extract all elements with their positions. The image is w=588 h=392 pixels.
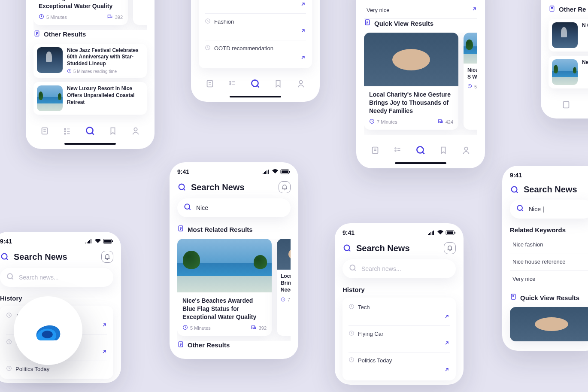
history-item[interactable]: Politics Today (349, 352, 450, 379)
bottom-nav (33, 119, 147, 140)
page-title: Search News (14, 252, 67, 262)
search-input[interactable] (361, 265, 450, 272)
nav-bookmark[interactable] (435, 143, 452, 158)
open-arrow-icon[interactable] (300, 28, 306, 35)
article-card-side[interactable]: Local Brings Needy 7 M (277, 239, 291, 336)
history-label: Fashion (214, 18, 234, 25)
notification-button[interactable] (101, 251, 113, 263)
history-item[interactable]: OOTD recommendation (205, 40, 306, 67)
nav-list[interactable] (59, 123, 76, 139)
clock-icon (349, 330, 355, 337)
nav-bookmark[interactable] (104, 123, 121, 139)
article-time: 5 M (474, 84, 477, 89)
article-card-side[interactable]: Local Brings Needy 7 M (133, 0, 147, 25)
svg-point-25 (417, 146, 423, 153)
nav-search[interactable] (82, 123, 99, 139)
search-input[interactable] (529, 206, 587, 213)
article-image (464, 33, 477, 64)
nav-list[interactable] (224, 76, 241, 91)
article-title: Local Brings Needy (281, 273, 291, 294)
open-arrow-icon[interactable] (300, 1, 306, 9)
article-time: 7 M (288, 297, 291, 302)
history-list: Tech Flying Car Politics Today (342, 298, 456, 380)
clock-icon (349, 304, 355, 311)
article-image (177, 239, 272, 292)
home-indicator (230, 96, 281, 97)
history-item[interactable]: Fashion (205, 14, 306, 40)
svg-rect-49 (447, 231, 453, 234)
notification-button[interactable] (279, 181, 291, 193)
nav-profile[interactable] (458, 143, 475, 158)
status-icons (85, 239, 113, 244)
phone-results-other: Nice's Beaches Awarded Blue Flag Status … (26, 0, 155, 149)
search-icon (183, 203, 192, 213)
article-card-beaches[interactable]: Nice's Beaches Awarded Blue Flag Status … (177, 239, 272, 336)
history-item[interactable]: Foods Trending Today (205, 0, 306, 14)
nav-news[interactable] (201, 76, 218, 91)
search-input-wrap[interactable] (0, 268, 113, 287)
nav-search[interactable] (412, 143, 429, 158)
thumb-image (37, 85, 63, 111)
bottom-nav (199, 72, 312, 93)
search-input-wrap[interactable] (177, 198, 291, 217)
page-title: Search News (191, 182, 245, 192)
nav-news[interactable] (367, 143, 384, 158)
search-input[interactable] (19, 274, 107, 281)
section-title-history: History (342, 286, 456, 293)
small-article-title: Nice Jazz Festival Celebrates 60th Anniv… (67, 47, 143, 67)
search-icon (177, 182, 187, 192)
keyword-item[interactable]: Nice fashion (510, 236, 588, 253)
article-card-side[interactable]: Nice's Flag S Water 5 M (464, 33, 477, 130)
document-icon (177, 341, 184, 349)
search-input-wrap[interactable] (510, 200, 588, 219)
svg-point-18 (299, 81, 302, 84)
clock-icon (349, 357, 355, 364)
article-card-charity[interactable]: Local Charity's Nice Gesture Brings Joy … (364, 33, 458, 130)
clock-icon (205, 45, 211, 52)
section-title-related-keywords: Related Keywords (510, 226, 588, 234)
nav-news[interactable] (36, 123, 53, 139)
keyword-list: Nice fashion Nice house reference Very n… (510, 236, 588, 287)
status-time: 9:41 (177, 168, 189, 175)
app-logo-icon (29, 311, 67, 350)
small-article[interactable]: N 6 S (549, 19, 588, 52)
open-arrow-icon[interactable] (300, 55, 306, 62)
nav-bookmark[interactable] (270, 76, 287, 91)
nav-news[interactable] (558, 97, 575, 112)
open-arrow-icon[interactable] (444, 313, 450, 321)
svg-point-24 (395, 150, 396, 151)
article-card[interactable] (510, 307, 588, 341)
open-arrow-icon[interactable] (444, 367, 450, 374)
history-item[interactable]: Tech (349, 299, 450, 326)
history-item[interactable]: Flying Car (349, 326, 450, 352)
nav-list[interactable] (389, 143, 406, 158)
search-input[interactable] (196, 204, 285, 211)
clock-icon (6, 312, 12, 319)
svg-point-17 (252, 80, 258, 86)
nav-search[interactable] (247, 76, 264, 91)
article-title: Local Charity's Nice Gesture Brings Joy … (369, 91, 453, 115)
nav-profile[interactable] (127, 123, 144, 139)
app-logo-badge (14, 296, 82, 365)
article-card-beaches[interactable]: Nice's Beaches Awarded Blue Flag Status … (33, 0, 128, 25)
page-title: Search News (524, 185, 577, 194)
home-indicator (64, 143, 116, 145)
article-comments: 392 (115, 15, 123, 20)
open-arrow-icon[interactable] (471, 6, 477, 13)
clock-icon (281, 297, 285, 303)
keyword-item[interactable]: Nice house reference (510, 253, 588, 270)
search-input-wrap[interactable] (342, 259, 456, 278)
history-list: Updates about AI Foods Trending Today Fa… (199, 0, 312, 68)
notification-button[interactable] (444, 242, 456, 254)
open-arrow-icon[interactable] (101, 322, 107, 329)
small-article-jazz[interactable]: Nice Jazz Festival Celebrates 60th Anniv… (33, 44, 147, 78)
svg-point-57 (517, 205, 522, 210)
small-article[interactable]: New Un (549, 56, 588, 88)
nav-profile[interactable] (292, 76, 309, 91)
bottom-nav (549, 93, 588, 114)
open-arrow-icon[interactable] (101, 349, 107, 356)
open-arrow-icon[interactable] (444, 340, 450, 347)
keyword-list: Nice fashion Nice house reference Very n… (364, 0, 477, 14)
small-article-resort[interactable]: New Luxury Resort in Nice Offers Unparal… (33, 82, 147, 115)
keyword-item[interactable]: Very nice (510, 270, 588, 287)
